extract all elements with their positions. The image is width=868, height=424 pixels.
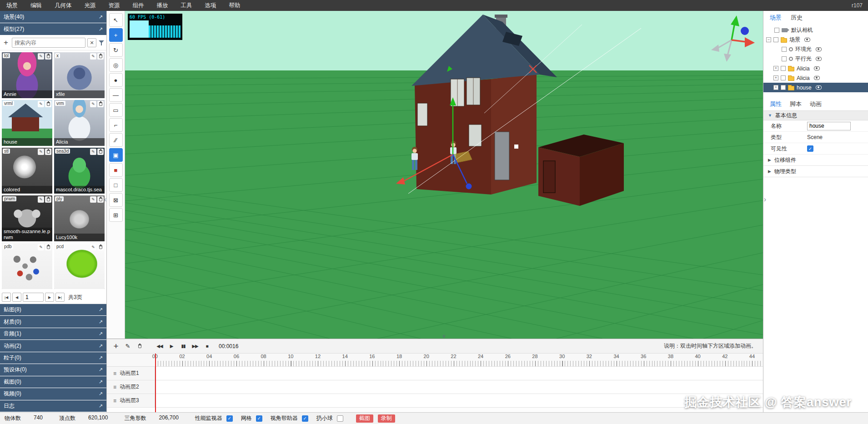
drag-handle-icon[interactable]: ≡ bbox=[113, 384, 116, 390]
model-thumbnail[interactable]: pdb ✎ bbox=[2, 243, 52, 289]
expand-panel-icon[interactable]: ↗ bbox=[99, 343, 103, 349]
add-model-button[interactable]: + bbox=[2, 39, 10, 47]
visibility-eye-icon[interactable] bbox=[816, 57, 822, 61]
delete-icon[interactable] bbox=[45, 53, 51, 60]
tree-item-alicia-2[interactable]: + Alicia bbox=[763, 73, 868, 83]
sidebar-panel-header[interactable]: 视频(0) ↗ bbox=[0, 388, 106, 399]
record-button[interactable]: 录制 bbox=[378, 414, 395, 423]
expand-icon[interactable]: + bbox=[773, 85, 778, 90]
expand-panel-icon[interactable]: ↗ bbox=[99, 307, 103, 313]
drag-handle-icon[interactable]: ≡ bbox=[113, 370, 116, 377]
edit-icon[interactable]: ✎ bbox=[38, 149, 44, 155]
model-thumbnail[interactable]: lol ✎ Annie bbox=[2, 52, 52, 98]
rewind-button[interactable]: ◀◀ bbox=[154, 341, 165, 352]
screenshot-button[interactable]: 截图 bbox=[356, 414, 373, 423]
shed-model[interactable] bbox=[538, 135, 624, 206]
model-thumbnail[interactable]: vrml ✎ house bbox=[2, 100, 52, 146]
name-input[interactable] bbox=[807, 122, 851, 130]
model-thumbnail[interactable]: stl ✎ colored bbox=[2, 148, 52, 194]
throw-ball-checkbox[interactable] bbox=[337, 415, 343, 422]
performance-monitor-checkbox[interactable]: ✓ bbox=[226, 415, 233, 422]
edit-icon[interactable]: ✎ bbox=[90, 53, 96, 60]
stop-button[interactable]: ■ bbox=[201, 341, 212, 352]
delete-icon[interactable] bbox=[97, 101, 104, 107]
tab-history[interactable]: 历史 bbox=[791, 14, 803, 22]
expand-panel-icon[interactable]: ↗ bbox=[99, 14, 103, 20]
performance-monitor[interactable]: 60 FPS (0-61) bbox=[128, 14, 182, 40]
edit-icon[interactable]: ✎ bbox=[90, 196, 96, 203]
first-page-button[interactable]: |◀ bbox=[2, 293, 11, 302]
sidebar-panel-header[interactable]: 预设体(0) ↗ bbox=[0, 364, 106, 375]
panel-header-scene[interactable]: 场景(40) ↗ bbox=[0, 11, 106, 23]
node-checkbox[interactable] bbox=[781, 66, 786, 71]
visibility-eye-icon[interactable] bbox=[814, 76, 820, 80]
sidebar-panel-header[interactable]: 动画(2) ↗ bbox=[0, 340, 106, 351]
tree-item-directional-light[interactable]: 平行光 bbox=[763, 54, 868, 64]
delete-icon[interactable] bbox=[97, 244, 104, 250]
sidebar-panel-header[interactable]: 粒子(0) ↗ bbox=[0, 352, 106, 364]
3d-viewport[interactable]: 60 FPS (0-61) bbox=[125, 11, 763, 339]
add-animation-button[interactable]: + bbox=[110, 341, 121, 352]
edit-icon[interactable]: ✎ bbox=[90, 244, 96, 250]
menu-item[interactable]: 组件 bbox=[126, 0, 151, 11]
spray-tool[interactable]: ∕∕ bbox=[109, 133, 123, 147]
visibility-eye-icon[interactable] bbox=[804, 38, 810, 42]
sidebar-panel-header[interactable]: 材质(0) ↗ bbox=[0, 316, 106, 327]
model-thumbnail[interactable]: sea3d ✎ mascot.draco.tjs.sea bbox=[54, 148, 105, 194]
model-thumbnail[interactable]: vrm ✎ Alicia bbox=[54, 100, 105, 146]
zoom-fit-tool[interactable]: ◎ bbox=[109, 58, 123, 72]
expand-panel-icon[interactable]: ↗ bbox=[99, 391, 103, 397]
drag-handle-icon[interactable]: ≡ bbox=[113, 398, 116, 404]
node-checkbox[interactable] bbox=[774, 28, 779, 33]
menu-item[interactable]: 光源 bbox=[78, 0, 102, 11]
view-helper-checkbox[interactable]: ✓ bbox=[302, 415, 308, 422]
polyline-tool[interactable]: ⌐ bbox=[109, 118, 123, 132]
node-checkbox[interactable] bbox=[781, 85, 786, 90]
tree-item-house[interactable]: + house bbox=[763, 83, 868, 92]
node-checkbox[interactable] bbox=[782, 56, 787, 61]
edit-icon[interactable]: ✎ bbox=[90, 101, 96, 107]
edit-icon[interactable]: ✎ bbox=[38, 196, 44, 203]
menu-item[interactable]: 选项 bbox=[199, 0, 223, 11]
tab-animation[interactable]: 动画 bbox=[810, 100, 822, 108]
wireframe-box-tool[interactable]: ⊠ bbox=[109, 193, 123, 207]
sidebar-panel-header[interactable]: 日志 ↗ bbox=[0, 400, 106, 412]
page-number-input[interactable] bbox=[23, 293, 44, 302]
red-box-tool[interactable]: ■ bbox=[109, 163, 123, 177]
section-basic-info[interactable]: ▼ 基本信息 bbox=[763, 110, 868, 120]
edit-animation-button[interactable]: ✎ bbox=[122, 341, 133, 352]
animation-track[interactable] bbox=[155, 380, 763, 394]
sidebar-panel-header[interactable]: 音频(1) ↗ bbox=[0, 328, 106, 339]
menu-item[interactable]: 播放 bbox=[151, 0, 175, 11]
delete-icon[interactable] bbox=[45, 196, 51, 203]
edit-icon[interactable]: ✎ bbox=[90, 149, 96, 155]
expand-icon[interactable]: + bbox=[773, 66, 778, 71]
pause-button[interactable]: ▮▮ bbox=[178, 341, 189, 352]
section-transform[interactable]: ▶ 位移组件 bbox=[763, 155, 868, 166]
tab-properties[interactable]: 属性 bbox=[770, 100, 782, 108]
expand-panel-icon[interactable]: ↗ bbox=[99, 319, 103, 325]
fast-forward-button[interactable]: ▶▶ bbox=[190, 341, 201, 352]
select-tool[interactable]: ↖ bbox=[109, 13, 123, 27]
edit-icon[interactable]: ✎ bbox=[38, 101, 44, 107]
tree-item-default-camera[interactable]: 默认相机 bbox=[763, 25, 868, 35]
collapse-timeline-handle[interactable]: ∨ bbox=[442, 333, 446, 339]
node-checkbox[interactable] bbox=[773, 37, 778, 42]
collapse-icon[interactable]: − bbox=[766, 37, 771, 42]
menu-item[interactable]: 工具 bbox=[175, 0, 199, 11]
menu-item[interactable]: 帮助 bbox=[223, 0, 247, 11]
tab-script[interactable]: 脚本 bbox=[790, 100, 802, 108]
line-tool[interactable]: — bbox=[109, 88, 123, 102]
animation-layer-row[interactable]: ≡ 动画层3 bbox=[107, 394, 763, 408]
section-physics[interactable]: ▶ 物理类型 bbox=[763, 166, 868, 177]
animation-layer-row[interactable]: ≡ 动画层1 bbox=[107, 367, 763, 380]
last-page-button[interactable]: ▶| bbox=[55, 293, 65, 302]
scene-canvas[interactable] bbox=[125, 11, 763, 339]
collapse-left-panel-handle[interactable]: ‹ bbox=[104, 195, 106, 204]
delete-icon[interactable] bbox=[45, 244, 51, 250]
delete-icon[interactable] bbox=[97, 196, 104, 203]
delete-icon[interactable] bbox=[45, 149, 51, 155]
animation-track[interactable] bbox=[155, 394, 763, 407]
expand-icon[interactable]: + bbox=[773, 75, 778, 80]
tree-item-scene[interactable]: − 场景 bbox=[763, 35, 868, 45]
